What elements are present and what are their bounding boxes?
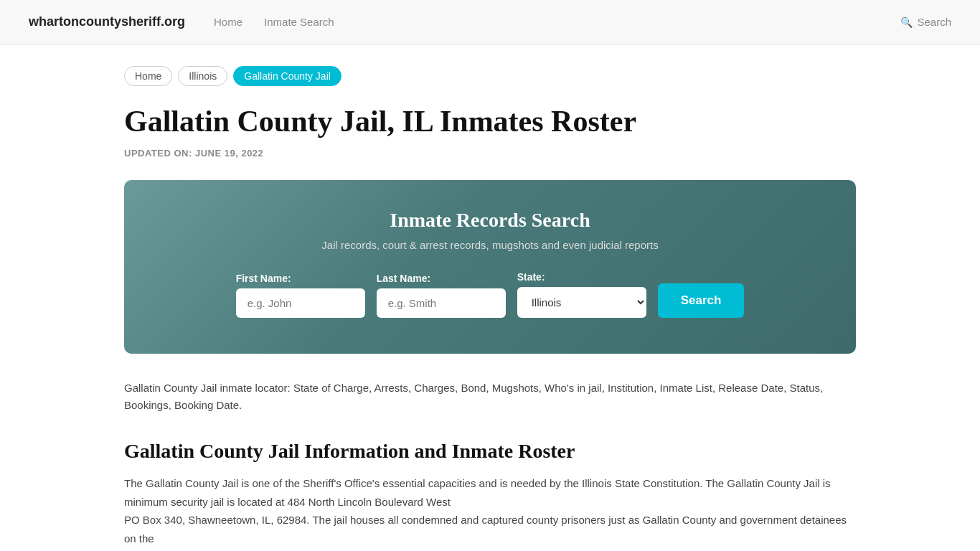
breadcrumb-illinois[interactable]: Illinois bbox=[178, 66, 227, 86]
inmate-search-box: Inmate Records Search Jail records, cour… bbox=[124, 180, 856, 354]
nav-home[interactable]: Home bbox=[214, 16, 242, 28]
section-body-1: The Gallatin County Jail is one of the S… bbox=[124, 474, 856, 547]
header-search[interactable]: 🔍 Search bbox=[900, 16, 951, 28]
first-name-label: First Name: bbox=[236, 273, 291, 284]
state-select[interactable]: IllinoisAlabamaAlaskaArizonaArkansasCali… bbox=[517, 287, 646, 318]
breadcrumb-gallatin[interactable]: Gallatin County Jail bbox=[233, 66, 341, 86]
first-name-group: First Name: bbox=[236, 273, 365, 318]
state-group: State: IllinoisAlabamaAlaskaArizonaArkan… bbox=[517, 271, 646, 318]
search-box-title: Inmate Records Search bbox=[167, 209, 813, 232]
page-title: Gallatin County Jail, IL Inmates Roster bbox=[124, 103, 856, 139]
updated-date: UPDATED ON: JUNE 19, 2022 bbox=[124, 148, 856, 159]
first-name-input[interactable] bbox=[236, 288, 365, 318]
site-logo[interactable]: whartoncountysheriff.org bbox=[29, 14, 185, 29]
last-name-label: Last Name: bbox=[377, 273, 430, 284]
header: whartoncountysheriff.org Home Inmate Sea… bbox=[0, 0, 980, 44]
nav-inmate-search[interactable]: Inmate Search bbox=[264, 16, 334, 28]
breadcrumb: Home Illinois Gallatin County Jail bbox=[124, 66, 856, 86]
description-text: Gallatin County Jail inmate locator: Sta… bbox=[124, 380, 856, 414]
section-title: Gallatin County Jail Information and Inm… bbox=[124, 440, 856, 463]
search-box-subtitle: Jail records, court & arrest records, mu… bbox=[167, 239, 813, 251]
last-name-input[interactable] bbox=[377, 288, 506, 318]
header-search-label: Search bbox=[917, 16, 951, 28]
breadcrumb-home[interactable]: Home bbox=[124, 66, 172, 86]
last-name-group: Last Name: bbox=[377, 273, 506, 318]
main-nav: Home Inmate Search bbox=[214, 16, 872, 28]
search-form: First Name: Last Name: State: IllinoisAl… bbox=[167, 271, 813, 318]
search-icon: 🔍 bbox=[900, 17, 913, 28]
main-content: Home Illinois Gallatin County Jail Galla… bbox=[95, 44, 885, 551]
state-label: State: bbox=[517, 271, 545, 283]
search-button[interactable]: Search bbox=[658, 283, 745, 318]
